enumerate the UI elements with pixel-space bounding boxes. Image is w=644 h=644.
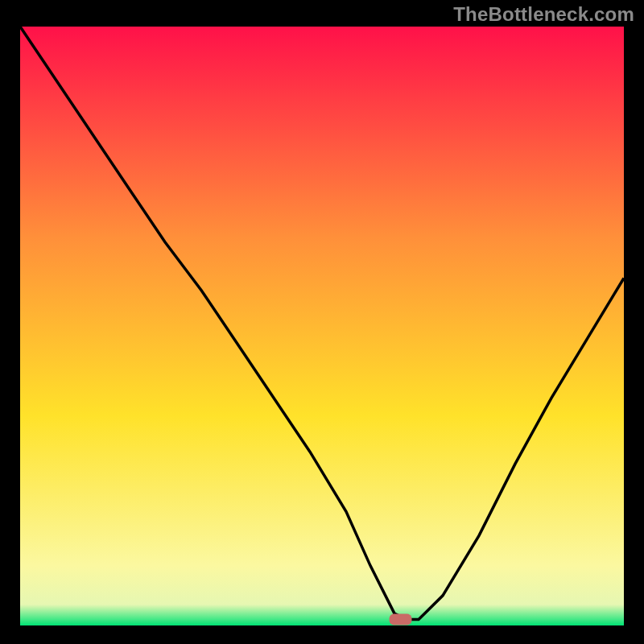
chart-frame: { "watermark": "TheBottleneck.com", "col… bbox=[0, 0, 644, 644]
optimal-marker bbox=[390, 614, 412, 625]
chart-svg bbox=[0, 0, 644, 644]
plot-background bbox=[20, 27, 624, 625]
watermark-text: TheBottleneck.com bbox=[453, 3, 634, 26]
